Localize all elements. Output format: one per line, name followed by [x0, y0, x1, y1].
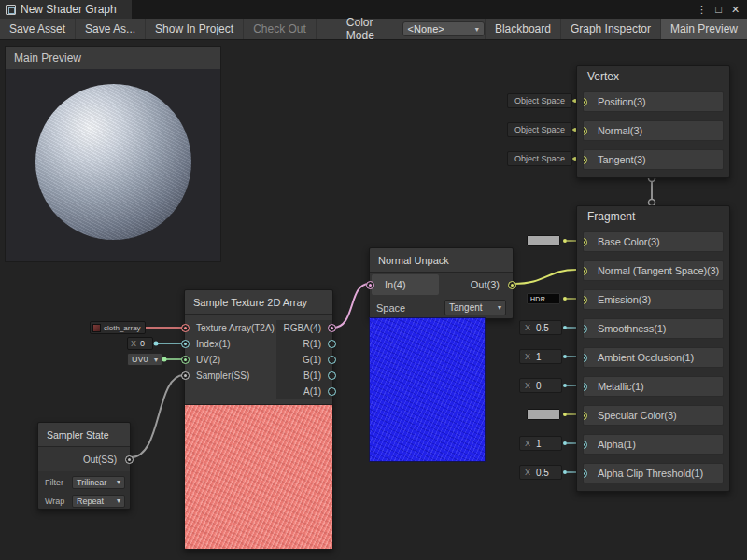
normal-unpack-title: Normal Unpack — [370, 248, 513, 273]
vertex-row-position[interactable]: Position(3) — [583, 91, 724, 112]
out-port[interactable] — [508, 281, 516, 289]
fragment-row-base-color[interactable]: Base Color(3) — [583, 231, 724, 252]
emission-hdr-swatch[interactable]: HDR — [527, 293, 560, 304]
rgba-port[interactable] — [328, 324, 336, 332]
space-label: Space — [376, 302, 405, 314]
ambient-occlusion-input[interactable]: X1 — [519, 349, 562, 364]
save-asset-button[interactable]: Save Asset — [0, 19, 76, 39]
b-output-row[interactable]: B(1) — [276, 368, 332, 384]
graph-canvas[interactable]: Main Preview Vertex Position(3) Normal(3… — [0, 41, 747, 560]
vertex-node[interactable]: Vertex Position(3) Normal(3) Tangent(3) — [576, 65, 730, 178]
sample-texture-2d-array-node[interactable]: Sample Texture 2D Array Texture Array(T2… — [184, 289, 333, 550]
b-port[interactable] — [328, 371, 336, 380]
base-color-swatch[interactable] — [527, 235, 560, 246]
fragment-node-title: Fragment — [583, 206, 724, 227]
save-as-button[interactable]: Save As... — [76, 19, 146, 39]
alpha-clip-threshold-input[interactable]: X0.5 — [519, 465, 562, 480]
normal-tangent-space-port[interactable] — [583, 267, 587, 275]
ambient-occlusion-port[interactable] — [583, 354, 587, 362]
port-label: Out(SS) — [83, 455, 117, 465]
main-preview-toggle[interactable]: Main Preview — [660, 19, 747, 39]
blackboard-toggle[interactable]: Blackboard — [485, 19, 560, 39]
show-in-project-button[interactable]: Show In Project — [146, 19, 244, 39]
uv-port[interactable] — [181, 356, 190, 364]
alpha-clip-threshold-port[interactable] — [583, 469, 587, 478]
chevron-down-icon: ▾ — [475, 25, 479, 34]
a-output-row[interactable]: A(1) — [276, 384, 332, 399]
uv-channel-dropdown[interactable]: UV0 ▾ — [127, 353, 162, 366]
index-value-input[interactable]: X 0 — [127, 337, 153, 350]
main-preview-window[interactable]: Main Preview — [5, 46, 221, 262]
fragment-row-emission[interactable]: Emission(3) — [583, 289, 724, 310]
normal-space-dropdown[interactable]: Object Space — [507, 122, 572, 137]
filter-label: Filter — [45, 478, 63, 487]
smoothness-port[interactable] — [583, 325, 587, 333]
value: 1 — [536, 352, 542, 362]
tangent-space-dropdown[interactable]: Object Space — [507, 151, 572, 166]
fragment-row-ambient-occlusion[interactable]: Ambient Occlusion(1) — [583, 347, 724, 368]
normal-port[interactable] — [583, 127, 587, 135]
texture-array-value-chip[interactable]: cloth_array — [90, 321, 146, 334]
fragment-node[interactable]: Fragment Base Color(3) Normal (Tangent S… — [576, 205, 730, 492]
r-output-row[interactable]: R(1) — [276, 336, 332, 352]
metallic-input[interactable]: X0 — [519, 378, 562, 393]
specular-color-port[interactable] — [583, 412, 587, 420]
value: 0 — [140, 339, 145, 348]
base-color-port[interactable] — [583, 238, 587, 246]
in-slot[interactable]: In(4) — [372, 274, 439, 295]
fragment-row-metallic[interactable]: Metallic(1) — [583, 376, 724, 397]
a-port[interactable] — [328, 387, 336, 396]
g-port[interactable] — [328, 356, 336, 364]
fragment-row-normal[interactable]: Normal (Tangent Space)(3) — [583, 260, 724, 281]
sampler-port[interactable] — [181, 371, 190, 380]
alpha-input[interactable]: X1 — [519, 436, 562, 451]
fragment-row-smoothness[interactable]: Smoothness(1) — [583, 318, 724, 339]
index-port[interactable] — [181, 340, 190, 348]
space-dropdown[interactable]: Tangent ▾ — [444, 300, 506, 315]
window-maximize-icon[interactable]: □ — [712, 1, 726, 18]
sampler-state-out-row[interactable]: Out(SS) — [38, 447, 130, 471]
smoothness-input[interactable]: X0.5 — [519, 320, 562, 335]
wrap-dropdown[interactable]: Repeat ▾ — [72, 495, 125, 508]
normal-unpack-node[interactable]: Normal Unpack In(4) Out(3) Space Tangent… — [369, 247, 514, 319]
filter-dropdown[interactable]: Trilinear ▾ — [72, 476, 125, 489]
vertex-row-normal[interactable]: Normal(3) — [583, 120, 724, 141]
fragment-row-alpha[interactable]: Alpha(1) — [583, 434, 724, 455]
alpha-port[interactable] — [583, 441, 587, 449]
x-label: X — [525, 439, 530, 448]
x-label: X — [525, 323, 530, 332]
in-port[interactable] — [366, 281, 374, 289]
sampler-state-node[interactable]: Sampler State Out(SS) Filter Trilinear ▾… — [37, 422, 131, 510]
position-space-dropdown[interactable]: Object Space — [507, 93, 572, 108]
specular-color-swatch[interactable] — [527, 409, 560, 420]
vertex-row-tangent[interactable]: Tangent(3) — [583, 149, 724, 170]
color-mode-dropdown[interactable]: <None> ▾ — [402, 21, 485, 36]
uv-input-row[interactable]: UV(2) — [185, 352, 276, 368]
r-port[interactable] — [328, 340, 336, 348]
metallic-port[interactable] — [583, 383, 587, 391]
window-menu-icon[interactable]: ⋮ — [695, 1, 709, 18]
out-slot[interactable]: Out(3) — [439, 279, 513, 290]
filter-value: Trilinear — [77, 478, 106, 487]
tangent-port[interactable] — [583, 156, 587, 164]
port-label: G(1) — [303, 355, 321, 365]
window-close-icon[interactable]: ✕ — [728, 1, 742, 18]
out-ss-port[interactable] — [125, 455, 134, 464]
fragment-row-alpha-clip-threshold[interactable]: Alpha Clip Threshold(1) — [583, 463, 724, 483]
position-port[interactable] — [583, 98, 587, 106]
g-output-row[interactable]: G(1) — [276, 352, 332, 368]
texture-array-input-row[interactable]: Texture Array(T2A) — [185, 320, 276, 336]
shader-graph-tab[interactable]: New Shader Graph — [0, 0, 132, 19]
texture-name: cloth_array — [104, 324, 141, 332]
sampler-input-row[interactable]: Sampler(SS) — [185, 368, 276, 384]
index-input-row[interactable]: Index(1) — [185, 336, 276, 352]
main-preview-header[interactable]: Main Preview — [6, 47, 220, 69]
graph-inspector-toggle[interactable]: Graph Inspector — [560, 19, 660, 39]
rgba-output-row[interactable]: RGBA(4) — [276, 320, 332, 336]
texture-array-port[interactable] — [181, 324, 190, 332]
emission-port[interactable] — [583, 296, 587, 304]
preview-sphere — [35, 84, 191, 240]
port-label: Alpha Clip Threshold(1) — [598, 468, 703, 479]
fragment-row-specular-color[interactable]: Specular Color(3) — [583, 405, 724, 426]
space-row: Space Tangent ▾ — [370, 297, 513, 318]
